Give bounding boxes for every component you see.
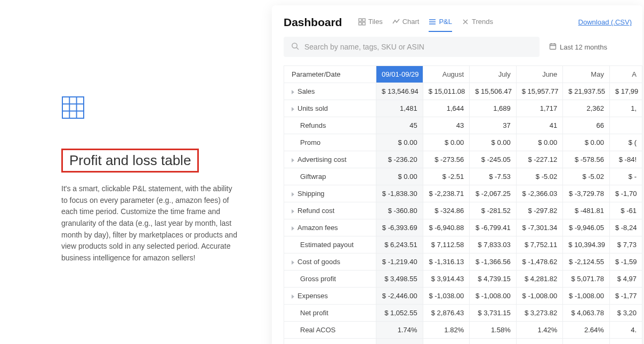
col-header-0[interactable]: 09/01-09/29 xyxy=(376,66,423,83)
row-label[interactable]: Refunds xyxy=(284,117,376,134)
cell: $ -481.81 xyxy=(563,202,610,219)
cell xyxy=(609,117,642,134)
cell: 2.19% xyxy=(470,339,517,345)
search-input[interactable]: Search by name, tags, SKU or ASIN xyxy=(284,37,540,57)
expand-caret-icon[interactable] xyxy=(292,90,294,94)
expand-caret-icon[interactable] xyxy=(292,294,294,299)
table-row[interactable]: Expenses$ -2,446.00$ -1,038.00$ -1,008.0… xyxy=(284,288,642,305)
cell: 1.82% xyxy=(423,322,470,339)
expand-caret-icon[interactable] xyxy=(292,226,294,231)
row-label[interactable]: Refund cost xyxy=(284,202,376,219)
col-header-3[interactable]: June xyxy=(516,66,563,83)
cell: $ -245.05 xyxy=(470,151,517,168)
row-label[interactable]: Estimated payout xyxy=(284,236,376,253)
tab-pl[interactable]: P&L xyxy=(429,18,452,32)
cell: $ 2,876.43 xyxy=(423,305,470,322)
tab-chart[interactable]: Chart xyxy=(392,18,420,32)
table-row[interactable]: Real ACOS1.74%1.82%1.58%1.42%2.64%4. xyxy=(284,322,642,339)
col-header-2[interactable]: July xyxy=(470,66,517,83)
table-row[interactable]: Refund cost$ -360.80$ -324.86$ -281.52$ … xyxy=(284,202,642,219)
table-row[interactable]: Advertising cost$ -236.20$ -273.56$ -245… xyxy=(284,151,642,168)
svg-rect-6 xyxy=(363,19,365,21)
row-label-text: Real ACOS xyxy=(300,326,335,334)
download-csv-link[interactable]: Download (.CSV) xyxy=(578,18,632,26)
table-row[interactable]: Gross profit$ 3,498.55$ 3,914.43$ 4,739.… xyxy=(284,271,642,288)
cell: $ -84! xyxy=(609,151,642,168)
row-label-text: Sales xyxy=(297,87,315,95)
cell: $ 3,914.43 xyxy=(423,271,470,288)
expand-caret-icon[interactable] xyxy=(292,158,294,162)
row-label[interactable]: % Refunds xyxy=(284,339,376,345)
cell: $ -1,478.62 xyxy=(516,253,563,271)
cell: $ 3,731.15 xyxy=(470,305,517,322)
row-label[interactable]: Amazon fees xyxy=(284,219,376,236)
row-label[interactable]: Net profit xyxy=(284,305,376,322)
table-row[interactable]: Net profit$ 1,052.55$ 2,876.43$ 3,731.15… xyxy=(284,305,642,322)
expand-caret-icon[interactable] xyxy=(292,192,294,196)
cell: $ 7,833.03 xyxy=(470,236,517,253)
row-label[interactable]: Promo xyxy=(284,134,376,151)
cell: $ 0.00 xyxy=(376,134,423,151)
dashboard-title: Dashboard xyxy=(284,16,342,29)
row-label-text: Cost of goods xyxy=(297,258,340,266)
col-header-parameter[interactable]: Parameter/Date xyxy=(284,66,376,83)
row-label[interactable]: Shipping xyxy=(284,185,376,202)
cell: $ ( xyxy=(609,134,642,151)
row-label[interactable]: Giftwrap xyxy=(284,168,376,185)
cell: 2.39% xyxy=(516,339,563,345)
table-row[interactable]: Promo$ 0.00$ 0.00$ 0.00$ 0.00$ 0.00$ ( xyxy=(284,134,642,151)
col-header-1[interactable]: August xyxy=(423,66,470,83)
expand-caret-icon[interactable] xyxy=(292,107,294,111)
cell: $ 0.00 xyxy=(423,134,470,151)
table-row[interactable]: Amazon fees$ -6,393.69$ -6,940.88$ -6,79… xyxy=(284,219,642,236)
cell: $ -2,067.25 xyxy=(470,185,517,202)
table-row[interactable]: % Refunds3.04%2.62%2.19%2.39%2.79%4. xyxy=(284,339,642,345)
table-row[interactable]: Sales$ 13,546.94$ 15,011.08$ 15,506.47$ … xyxy=(284,83,642,100)
cell: $ 3,498.55 xyxy=(376,271,423,288)
cell: $ -5.02 xyxy=(516,168,563,185)
cell: 37 xyxy=(470,117,517,134)
date-range-label: Last 12 months xyxy=(560,43,607,51)
cell: $ -2,446.00 xyxy=(376,288,423,305)
row-label[interactable]: Advertising cost xyxy=(284,151,376,168)
cell: $ 6,243.51 xyxy=(376,236,423,253)
row-label[interactable]: Real ACOS xyxy=(284,322,376,339)
svg-rect-16 xyxy=(550,44,556,49)
cell: $ -1,008.00 xyxy=(470,288,517,305)
svg-rect-7 xyxy=(359,22,361,25)
list-icon xyxy=(429,18,436,26)
calendar-icon xyxy=(549,43,557,52)
col-header-5[interactable]: A xyxy=(609,66,642,83)
cell: 45 xyxy=(376,117,423,134)
date-range-picker[interactable]: Last 12 months xyxy=(545,37,611,57)
row-label[interactable]: Expenses xyxy=(284,288,376,305)
tab-trends-label: Trends xyxy=(472,18,493,26)
cell: $ 13,546.94 xyxy=(376,83,423,100)
cell: 1,717 xyxy=(516,100,563,117)
row-label[interactable]: Sales xyxy=(284,83,376,100)
table-row[interactable]: Shipping$ -1,838.30$ -2,238.71$ -2,067.2… xyxy=(284,185,642,202)
cell: $ -1,008.00 xyxy=(516,288,563,305)
tab-trends[interactable]: Trends xyxy=(462,18,493,32)
col-header-4[interactable]: May xyxy=(563,66,610,83)
table-row[interactable]: Refunds4543374166 xyxy=(284,117,642,134)
cell: $ -2,366.03 xyxy=(516,185,563,202)
cell: $ 3,273.82 xyxy=(516,305,563,322)
row-label-text: Expenses xyxy=(297,292,328,300)
tab-tiles[interactable]: Tiles xyxy=(358,18,383,32)
table-row[interactable]: Giftwrap$ 0.00$ -2.51$ -7.53$ -5.02$ -5.… xyxy=(284,168,642,185)
row-label[interactable]: Units sold xyxy=(284,100,376,117)
expand-caret-icon[interactable] xyxy=(292,209,294,214)
table-row[interactable]: Cost of goods$ -1,219.40$ -1,316.13$ -1,… xyxy=(284,253,642,271)
cell: 66 xyxy=(563,117,610,134)
cell: $ -1,008.00 xyxy=(563,288,610,305)
cell: 3.04% xyxy=(376,339,423,345)
table-row[interactable]: Estimated payout$ 6,243.51$ 7,112.58$ 7,… xyxy=(284,236,642,253)
cell: $ -1,316.13 xyxy=(423,253,470,271)
row-label-text: Refunds xyxy=(300,121,326,129)
table-row[interactable]: Units sold1,4811,6441,6891,7172,3621, xyxy=(284,100,642,117)
row-label[interactable]: Cost of goods xyxy=(284,253,376,271)
expand-caret-icon[interactable] xyxy=(292,260,294,265)
row-label[interactable]: Gross profit xyxy=(284,271,376,288)
feature-heading: Profit and loss table xyxy=(69,152,191,169)
